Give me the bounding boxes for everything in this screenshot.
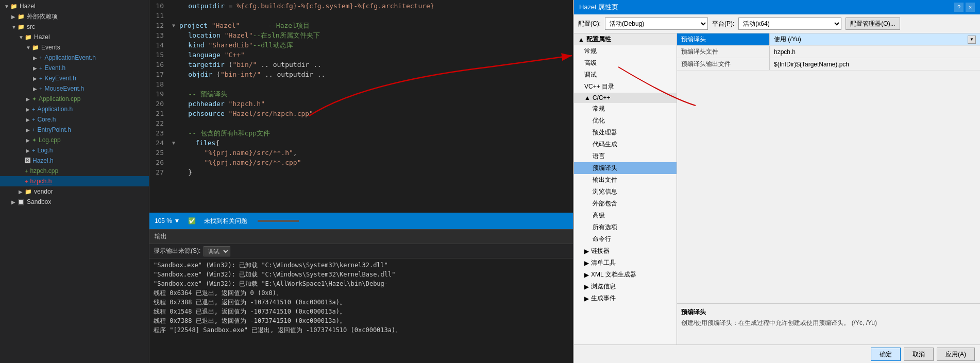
output-title: 输出 bbox=[155, 232, 167, 241]
props-group-config[interactable]: ▲ 配置属性 bbox=[574, 33, 677, 45]
general-label: 常规 bbox=[584, 47, 597, 56]
props-item-general[interactable]: 常规 bbox=[574, 45, 677, 57]
tree-vendor[interactable]: ▶ 📁 vendor bbox=[0, 186, 149, 197]
logh-label: Log.h bbox=[37, 147, 53, 154]
xmlgen-arrow: ▶ bbox=[584, 271, 589, 279]
props-item-browse[interactable]: 浏览信息 bbox=[574, 186, 677, 198]
tree-keyevent[interactable]: ▶ + KeyEvent.h bbox=[0, 73, 149, 83]
ok-button[interactable]: 确定 bbox=[871, 348, 901, 361]
props-item-linker[interactable]: ▶ 链接器 bbox=[574, 245, 677, 257]
pch-name-cell: 预编译头 bbox=[677, 33, 770, 45]
props-item-codegen[interactable]: 代码生成 bbox=[574, 139, 677, 150]
tree-mouseevent[interactable]: ▶ + MouseEvent.h bbox=[0, 83, 149, 94]
props-item-vcpp[interactable]: VC++ 目录 bbox=[574, 81, 677, 93]
props-item-cmdline[interactable]: 命令行 bbox=[574, 233, 677, 245]
apph-label: Application.h bbox=[37, 106, 73, 113]
xmlgen-label: XML 文档生成器 bbox=[591, 270, 636, 279]
appevent-icon: + bbox=[39, 55, 42, 61]
tree-sandbox[interactable]: ▶ 🔲 Sandbox bbox=[0, 197, 149, 207]
line-numbers: 10 11 12 13 14 15 16 17 18 19 20 21 22 2… bbox=[149, 0, 168, 213]
mouseevent-icon: + bbox=[39, 85, 42, 92]
folder-icon: 📁 bbox=[18, 13, 25, 20]
mouseevent-arrow: ▶ bbox=[33, 86, 39, 92]
tree-logh[interactable]: ▶ + Log.h bbox=[0, 145, 149, 155]
props-group-cpp[interactable]: ▲ C/C++ bbox=[574, 93, 677, 103]
props-item-browseinfo[interactable]: ▶ 浏览信息 bbox=[574, 281, 677, 292]
apply-button[interactable]: 应用(A) bbox=[937, 348, 975, 361]
props-item-lang[interactable]: 语言 bbox=[574, 150, 677, 162]
pch-output-value-text: $(IntDir)$(TargetName).pch bbox=[774, 61, 849, 68]
pch-dropdown-btn[interactable]: ▼ bbox=[968, 36, 976, 44]
tree-src[interactable]: ▼ 📁 src bbox=[0, 22, 149, 32]
props-item-optimize[interactable]: 优化 bbox=[574, 115, 677, 127]
props-item-cpp-general[interactable]: 常规 bbox=[574, 103, 677, 115]
zoom-dropdown-btn[interactable]: ▼ bbox=[174, 217, 180, 224]
cancel-button[interactable]: 取消 bbox=[904, 348, 934, 361]
props-item-output[interactable]: 输出文件 bbox=[574, 174, 677, 186]
project-icon: 📁 bbox=[10, 3, 18, 10]
props-item-advanced[interactable]: 高级 bbox=[574, 57, 677, 69]
props-desc-title: 预编译头 bbox=[681, 308, 976, 317]
pch-file-value-text: hzpch.h bbox=[774, 48, 796, 56]
tree-appevent[interactable]: ▶ + ApplicationEvent.h bbox=[0, 53, 149, 63]
tree-event[interactable]: ▶ + Event.h bbox=[0, 63, 149, 73]
props-item-external[interactable]: 外部包含 bbox=[574, 198, 677, 210]
config-group-arrow: ▲ bbox=[578, 36, 584, 43]
entrypoint-icon: + bbox=[32, 127, 35, 133]
tree-hzpchh[interactable]: + hzpch.h bbox=[0, 176, 149, 186]
props-item-pch[interactable]: 预编译头 bbox=[574, 162, 677, 174]
dialog-footer: 确定 取消 应用(A) bbox=[574, 344, 980, 363]
zoom-level: 105 % ▼ bbox=[155, 217, 180, 224]
help-button[interactable]: ? bbox=[954, 3, 964, 12]
tree-external-deps[interactable]: ▶ 📁 外部依赖项 bbox=[0, 11, 149, 22]
pch-output-value-cell[interactable]: $(IntDir)$(TargetName).pch bbox=[770, 58, 980, 70]
keyevent-label: KeyEvent.h bbox=[44, 75, 76, 82]
lang-label: 语言 bbox=[593, 152, 605, 161]
browse-label: 浏览信息 bbox=[593, 187, 617, 196]
props-item-buildevents[interactable]: ▶ 生成事件 bbox=[574, 292, 677, 304]
coreh-icon: + bbox=[32, 116, 35, 123]
sandbox-arrow: ▶ bbox=[11, 199, 18, 205]
config-select[interactable]: 活动(Debug) bbox=[605, 18, 708, 30]
props-item-allopts[interactable]: 所有选项 bbox=[574, 221, 677, 233]
status-text: 未找到相关问题 bbox=[204, 217, 247, 226]
props-row-pch-file[interactable]: 预编译头文件 hzpch.h bbox=[677, 46, 980, 58]
tree-appcpp[interactable]: ▶ ✦ Application.cpp bbox=[0, 94, 149, 104]
buildevents-arrow: ▶ bbox=[584, 295, 589, 302]
config-mgr-button[interactable]: 配置管理器(O)... bbox=[846, 18, 900, 30]
tree-coreh[interactable]: ▶ + Core.h bbox=[0, 114, 149, 125]
hazelh-label: Hazel.h bbox=[32, 157, 54, 164]
tree-events[interactable]: ▼ 📁 Events bbox=[0, 42, 149, 53]
appevent-arrow: ▶ bbox=[33, 55, 39, 61]
tree-hazel-folder[interactable]: ▼ 📁 Hazel bbox=[0, 32, 149, 42]
browseinfo-label: 浏览信息 bbox=[591, 282, 616, 291]
props-item-preprocess[interactable]: 预处理器 bbox=[574, 127, 677, 139]
pch-file-value-cell[interactable]: hzpch.h bbox=[770, 46, 980, 58]
props-item-advanced2[interactable]: 高级 bbox=[574, 210, 677, 221]
platform-select[interactable]: 活动(x64) bbox=[738, 18, 841, 30]
appcpp-icon: ✦ bbox=[32, 96, 37, 102]
pch-file-name-cell: 预编译头文件 bbox=[677, 46, 770, 58]
output-source-select[interactable]: 调试 bbox=[204, 246, 230, 256]
output-label: 输出文件 bbox=[593, 176, 617, 184]
tree-hazelh[interactable]: 🅱 Hazel.h bbox=[0, 155, 149, 166]
pch-output-name-cell: 预编译头输出文件 bbox=[677, 58, 770, 70]
dialog-toolbar: 配置(C): 活动(Debug) 平台(P): 活动(x64) 配置管理器(O)… bbox=[574, 14, 980, 33]
props-row-pch[interactable]: 预编译头 使用 (/Yu) ▼ bbox=[677, 33, 980, 46]
event-arrow: ▶ bbox=[33, 65, 39, 71]
tree-apph[interactable]: ▶ + Application.h bbox=[0, 104, 149, 114]
appcpp-label: Application.cpp bbox=[39, 95, 80, 102]
logcpp-arrow: ▶ bbox=[26, 137, 32, 143]
tree-entrypoint[interactable]: ▶ + EntryPoint.h bbox=[0, 125, 149, 135]
close-dialog-button[interactable]: × bbox=[966, 3, 975, 12]
props-item-manifest[interactable]: ▶ 清单工具 bbox=[574, 257, 677, 269]
props-item-debug[interactable]: 调试 bbox=[574, 69, 677, 81]
pch-value-cell[interactable]: 使用 (/Yu) ▼ bbox=[770, 33, 980, 45]
tree-root[interactable]: ▼ 📁 Hazel bbox=[0, 1, 149, 11]
props-row-pch-output[interactable]: 预编译头输出文件 $(IntDir)$(TargetName).pch bbox=[677, 58, 980, 71]
props-item-xmlgen[interactable]: ▶ XML 文档生成器 bbox=[574, 269, 677, 281]
cpp-group-label: C/C++ bbox=[593, 94, 611, 101]
tree-hzpchcpp[interactable]: + hzpch.cpp bbox=[0, 166, 149, 176]
tree-logcpp[interactable]: ▶ ✦ Log.cpp bbox=[0, 135, 149, 145]
dialog-titlebar-buttons: ? × bbox=[954, 3, 975, 12]
